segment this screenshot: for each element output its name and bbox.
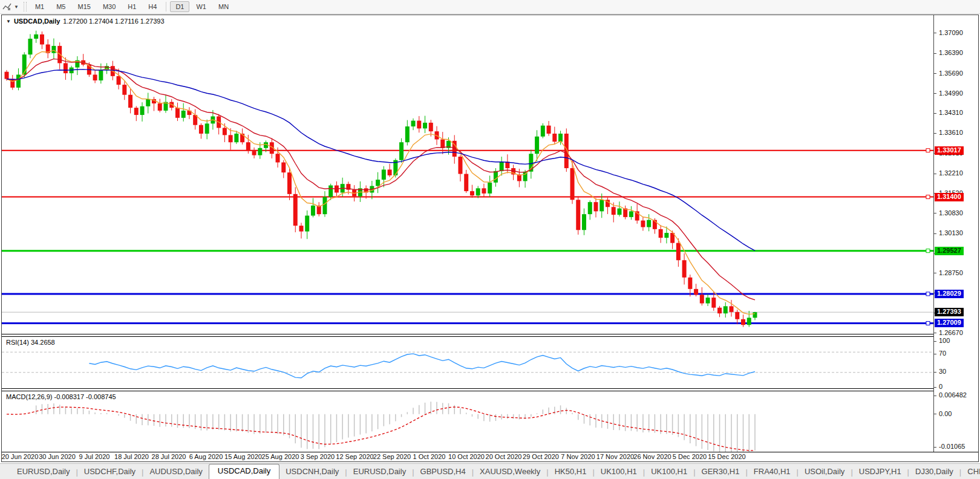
symbol-name: USDCAD,Daily [14,18,60,25]
timeframe-button-m30[interactable]: M30 [97,1,121,12]
quote-low: 1.27116 [115,18,139,25]
timeframe-button-m5[interactable]: M5 [51,1,71,12]
date-tick: 10 Oct 2020 [448,453,485,460]
rsi-tick: 30 [939,368,946,375]
timeframe-button-h4[interactable]: H4 [143,1,162,12]
date-tick: 20 Oct 2020 [486,453,522,460]
chart-tab-usdjpy-h1[interactable]: USDJPY,H1 [853,465,907,479]
main-chart-panel[interactable] [2,15,933,334]
chart-tab-audusd-daily[interactable]: AUDUSD,Daily [143,465,208,479]
tick-mark [934,174,936,174]
rsi-tick: 100 [939,337,950,344]
tick-mark [934,213,936,213]
date-tick: 29 Oct 2020 [523,453,559,460]
date-tick: 7 Nov 2020 [561,453,595,460]
cursor-tool-icon [2,2,12,11]
chart-tab-gbpusd-h4[interactable]: GBPUSD,H4 [414,465,472,479]
date-tick: 18 Jul 2020 [114,453,149,460]
quote-high: 1.27404 [89,18,113,25]
chart-tab-fra40-h1[interactable]: FRA40,H1 [748,465,797,479]
macd-tick: 0.006482 [939,391,967,399]
price-tick: 1.34310 [939,109,963,116]
timeframe-button-m15[interactable]: M15 [72,1,96,12]
price-tick: 1.33610 [939,129,963,136]
tick-mark [934,396,936,396]
timeframe-button-m1[interactable]: M1 [30,1,50,12]
tick-mark [934,447,936,448]
date-axis[interactable]: 20 Jun 202030 Jun 20209 Jul 202018 Jul 2… [2,452,933,461]
price-tick: 1.34990 [939,90,963,97]
date-tick: 12 Sep 2020 [336,453,373,460]
tick-mark [934,73,936,74]
date-tick: 15 Aug 2020 [224,453,262,460]
chart-tab-dj30-daily[interactable]: DJ30,Daily [909,465,959,479]
quote-close: 1.27393 [140,18,165,25]
date-tick: 3 Sep 2020 [301,453,335,460]
macd-tick: -0.01065 [939,443,965,450]
chart-tab-china300-h1[interactable]: CHINA300,H1 [961,465,980,479]
rsi-panel[interactable] [2,337,933,388]
chart-tab-usdcad-daily[interactable]: USDCAD,Daily [209,464,279,479]
price-tick: 1.36390 [939,49,963,56]
chart-tab-eurusd-daily[interactable]: EURUSD,Daily [347,465,412,479]
chart-tab-usoil-daily[interactable]: USOil,Daily [799,465,851,479]
toolbar-separator [166,2,166,11]
price-level-tag: 1.27009 [935,319,964,327]
price-level-tag: 1.28029 [935,290,964,298]
chart-tab-usdchf-daily[interactable]: USDCHF,Daily [78,465,142,479]
chart-tab-eurusd-daily[interactable]: EURUSD,Daily [11,465,76,479]
cursor-tool-button[interactable]: ▼ [0,0,21,13]
symbol-caret-icon[interactable]: ▼ [6,19,11,24]
rsi-tick: 0 [939,383,942,390]
date-tick: 30 Jun 2020 [39,453,76,460]
tick-mark [934,93,936,94]
rsi-label: RSI(14) 34.2658 [6,339,55,346]
tick-mark [934,113,936,114]
price-tick: 1.37090 [939,29,963,36]
macd-panel[interactable] [2,391,933,452]
tick-mark [934,133,936,134]
date-tick: 6 Aug 2020 [189,453,223,460]
date-tick: 22 Sep 2020 [373,453,411,460]
chart-tab-hk50-h1[interactable]: HK50,H1 [549,465,593,479]
chart-tab-uk100-h1[interactable]: UK100,H1 [645,465,693,479]
current-price-tag: 1.27393 [935,308,964,316]
timeframe-button-h1[interactable]: H1 [122,1,142,12]
chart-tab-uk100-h1[interactable]: UK100,H1 [595,465,643,479]
cursor-tool-caret-icon[interactable]: ▼ [14,4,19,10]
chart-tab-ger30-h1[interactable]: GER30,H1 [696,465,746,479]
timeframe-button-d1[interactable]: D1 [170,1,189,12]
chart-window: ▼ USDCAD,Daily 1.27200 1.27404 1.27116 1… [1,15,979,462]
macd-tick: 0.00 [939,410,952,417]
date-tick: 26 Nov 2020 [633,453,671,460]
date-tick: 5 Dec 2020 [673,453,707,460]
date-tick: 1 Oct 2020 [413,453,446,460]
price-tick: 1.35690 [939,70,963,77]
macd-label: MACD(12,26,9) -0.008317 -0.008745 [6,393,116,400]
date-tick: 17 Nov 2020 [596,453,634,460]
tick-mark [934,372,936,373]
date-tick: 20 Jun 2020 [2,453,39,460]
tick-mark [934,273,936,273]
timeframe-button-w1[interactable]: W1 [191,1,212,12]
price-tick: 1.28750 [939,269,963,276]
price-tick: 1.30130 [939,229,963,236]
price-tick: 1.30830 [939,209,963,217]
date-tick: 15 Dec 2020 [708,453,745,460]
top-toolbar: ▼ M1M5M15M30H1H4D1W1MN [0,0,980,14]
price-tick: 1.26670 [939,329,963,336]
price-level-tag: 1.31400 [935,193,964,201]
chart-tab-xauusd-weekly[interactable]: XAUUSD,Weekly [474,465,546,479]
date-tick: 9 Jul 2020 [79,453,110,460]
tick-mark [934,387,936,388]
tick-mark [934,53,936,54]
tick-mark [934,341,936,342]
price-level-tag: 1.33017 [935,146,964,155]
rsi-tick: 70 [939,350,946,357]
tick-mark [934,233,936,234]
chart-title: ▼ USDCAD,Daily 1.27200 1.27404 1.27116 1… [6,18,165,25]
price-axis[interactable]: 1.370901.363901.356901.349901.343101.336… [934,15,978,452]
chart-tab-bar: EURUSD,Daily|USDCHF,Daily|AUDUSD,DailyUS… [0,463,980,479]
chart-tab-usdcnh-daily[interactable]: USDCNH,Daily [279,465,345,479]
timeframe-button-mn[interactable]: MN [213,1,234,12]
